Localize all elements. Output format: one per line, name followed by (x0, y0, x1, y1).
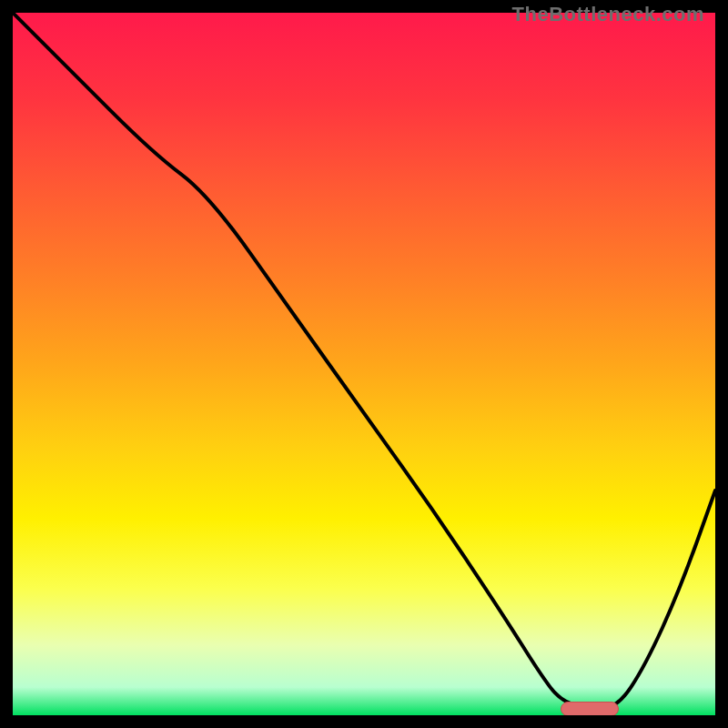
bottleneck-curve (13, 13, 715, 715)
border-left (0, 0, 13, 728)
optimal-range-marker (561, 702, 619, 715)
watermark-text: TheBottleneck.com (512, 3, 704, 26)
plot-area (13, 13, 715, 715)
border-bottom (0, 715, 728, 728)
border-right (715, 0, 728, 728)
chart-frame: TheBottleneck.com (0, 0, 728, 728)
